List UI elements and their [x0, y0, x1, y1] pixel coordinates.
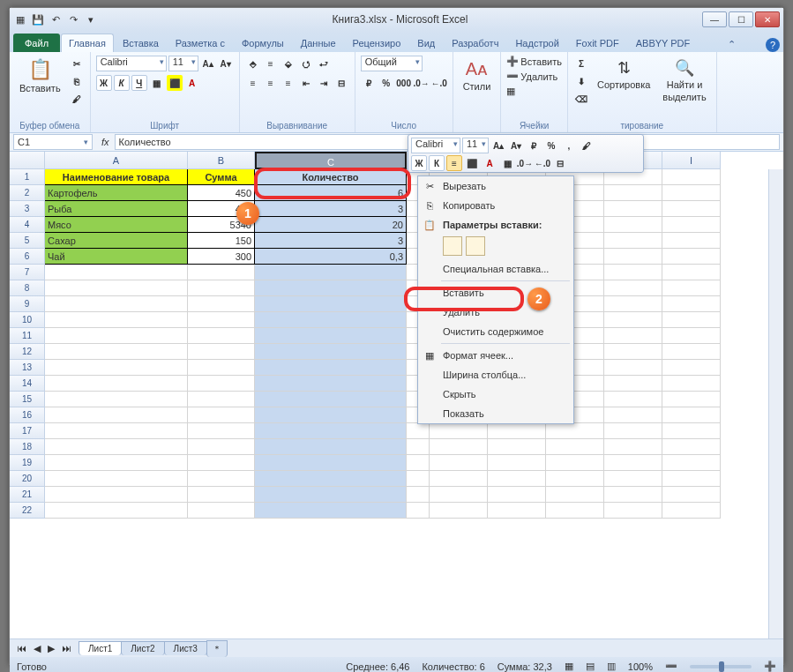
row-header[interactable]: 7: [10, 265, 45, 280]
cell[interactable]: [488, 487, 546, 503]
align-middle-icon[interactable]: ≡: [263, 56, 279, 71]
save-icon[interactable]: 💾: [31, 12, 45, 26]
cell[interactable]: [604, 503, 662, 519]
cell[interactable]: [255, 328, 407, 344]
view-layout-icon[interactable]: ▤: [586, 661, 595, 672]
cell[interactable]: [604, 392, 662, 407]
cell[interactable]: Рыба: [45, 201, 188, 217]
italic-button[interactable]: К: [114, 75, 130, 91]
cell[interactable]: [604, 328, 662, 344]
cell[interactable]: [45, 423, 188, 439]
percent-icon[interactable]: %: [378, 75, 394, 91]
mini-border-icon[interactable]: ▦: [499, 155, 515, 171]
cell[interactable]: [604, 249, 662, 265]
cell[interactable]: [45, 503, 188, 519]
sheet-tab-3[interactable]: Лист3: [164, 641, 207, 655]
cell[interactable]: [488, 423, 546, 439]
cell[interactable]: [407, 487, 430, 503]
cell[interactable]: [604, 344, 662, 360]
mini-grow-font-icon[interactable]: A▴: [490, 138, 506, 153]
cell[interactable]: [255, 407, 407, 423]
cell[interactable]: 150: [188, 233, 255, 249]
vertical-scrollbar[interactable]: [768, 169, 783, 638]
mini-font-color-icon[interactable]: A: [482, 155, 497, 171]
row-header[interactable]: 18: [10, 439, 45, 455]
tab-foxit[interactable]: Foxit PDF: [568, 34, 627, 52]
cell[interactable]: [662, 201, 721, 217]
cell[interactable]: [255, 312, 407, 328]
ctx-show[interactable]: Показать: [418, 404, 573, 423]
select-all-corner[interactable]: [10, 152, 45, 169]
cell[interactable]: [662, 487, 721, 503]
cell[interactable]: [188, 503, 255, 519]
row-header[interactable]: 13: [10, 360, 45, 376]
cell[interactable]: [407, 423, 430, 439]
cell[interactable]: [662, 169, 721, 185]
tab-addins[interactable]: Надстрой: [507, 34, 566, 52]
tab-nav-last-icon[interactable]: ⏭: [58, 643, 79, 653]
cell[interactable]: 300: [188, 249, 255, 265]
cell[interactable]: [662, 233, 721, 249]
cell[interactable]: Картофель: [45, 185, 188, 201]
col-header-c[interactable]: C: [255, 152, 407, 169]
cell[interactable]: [188, 328, 255, 344]
cell[interactable]: [488, 503, 546, 519]
cell[interactable]: [45, 487, 188, 503]
cell[interactable]: [604, 423, 662, 439]
cell[interactable]: [45, 471, 188, 487]
mini-merge-icon[interactable]: ⊟: [552, 155, 568, 171]
row-header[interactable]: 3: [10, 201, 45, 217]
ctx-hide[interactable]: Скрыть: [418, 385, 573, 404]
cell[interactable]: [604, 201, 662, 217]
cells-delete-label[interactable]: Удалить: [520, 71, 557, 82]
tab-review[interactable]: Рецензиро: [345, 34, 409, 52]
zoom-slider[interactable]: [690, 665, 752, 668]
bold-button[interactable]: Ж: [96, 75, 112, 91]
orientation-icon[interactable]: ⭯: [298, 56, 314, 71]
align-right-icon[interactable]: ≡: [281, 75, 296, 91]
minimize-ribbon-icon[interactable]: ⌃: [725, 36, 738, 52]
cell[interactable]: [488, 471, 546, 487]
cell[interactable]: [662, 376, 721, 392]
cell[interactable]: [662, 344, 721, 360]
increase-indent-icon[interactable]: ⇥: [316, 75, 332, 91]
cell[interactable]: [255, 471, 407, 487]
cell[interactable]: [604, 455, 662, 471]
cell[interactable]: [662, 471, 721, 487]
tab-home[interactable]: Главная: [61, 34, 114, 52]
cell[interactable]: [430, 487, 488, 503]
cell[interactable]: [546, 439, 604, 455]
sheet-tab-2[interactable]: Лист2: [121, 641, 164, 655]
row-header[interactable]: 4: [10, 217, 45, 233]
cell[interactable]: [662, 328, 721, 344]
increase-font-icon[interactable]: A▴: [200, 56, 216, 71]
cell[interactable]: [45, 265, 188, 280]
cell[interactable]: [188, 280, 255, 296]
cell[interactable]: [45, 344, 188, 360]
cell[interactable]: [488, 455, 546, 471]
cell[interactable]: [604, 265, 662, 280]
worksheet[interactable]: A B C D E F G H I 1Наименование товараСу…: [10, 152, 783, 638]
cell[interactable]: [255, 296, 407, 312]
cell[interactable]: [45, 360, 188, 376]
minimize-button[interactable]: —: [702, 11, 727, 27]
cell[interactable]: [546, 487, 604, 503]
cell[interactable]: [407, 439, 430, 455]
cell[interactable]: Сахар: [45, 233, 188, 249]
cell[interactable]: [255, 455, 407, 471]
ctx-cut[interactable]: ✂Вырезать: [418, 176, 573, 196]
paste-button[interactable]: 📋 Вставить: [15, 56, 65, 96]
cell[interactable]: [604, 360, 662, 376]
row-header[interactable]: 20: [10, 471, 45, 487]
mini-center-icon[interactable]: ≡: [446, 155, 462, 171]
format-painter-icon[interactable]: 🖌: [69, 91, 85, 107]
cell[interactable]: [45, 439, 188, 455]
cell[interactable]: [430, 439, 488, 455]
cell[interactable]: [188, 487, 255, 503]
row-header[interactable]: 10: [10, 312, 45, 328]
cell[interactable]: [45, 376, 188, 392]
mini-comma-icon[interactable]: ,: [561, 138, 577, 153]
cell[interactable]: [546, 503, 604, 519]
mini-percent-icon[interactable]: %: [543, 138, 559, 153]
row-header[interactable]: 17: [10, 423, 45, 439]
